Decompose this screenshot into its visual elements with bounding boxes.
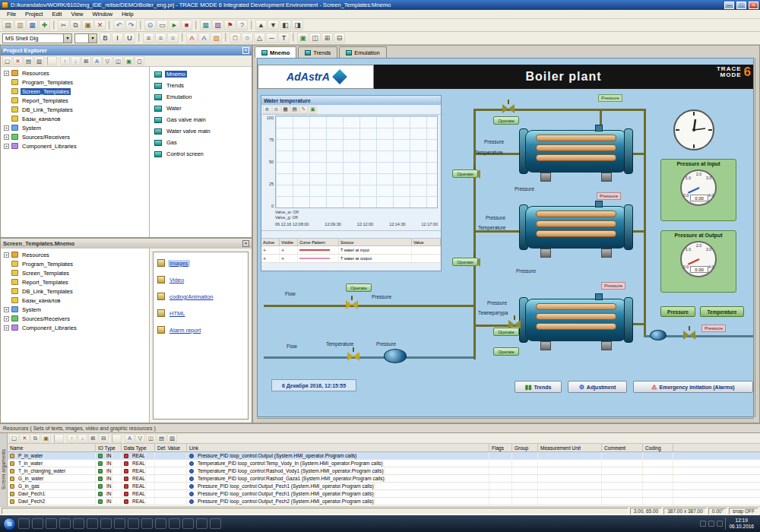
toolbar-icon[interactable]: ▤ xyxy=(24,56,33,65)
toolbar-icon[interactable]: ◫ xyxy=(309,33,321,43)
toolbar-icon[interactable]: U xyxy=(124,33,135,43)
list-item[interactable]: Trends xyxy=(150,80,252,91)
toolbar-icon[interactable]: ◧ xyxy=(280,20,291,30)
active-toggle[interactable]: + xyxy=(263,256,266,261)
taskbar-app-icon[interactable] xyxy=(196,518,207,529)
project-explorer-header[interactable]: Project Explorer × xyxy=(1,46,252,55)
toolbar-icon[interactable]: ■ xyxy=(181,20,192,30)
toolbar-icon[interactable]: ▢ xyxy=(2,56,12,65)
taskbar-app-icon[interactable] xyxy=(18,518,30,529)
taskbar-app-icon[interactable] xyxy=(155,518,166,529)
tree-item[interactable]: Program_Templates xyxy=(1,259,149,268)
toolbar-icon[interactable]: ▨ xyxy=(211,33,222,43)
minimize-button[interactable]: — xyxy=(724,2,734,9)
tray-icon[interactable] xyxy=(708,521,714,527)
column-header[interactable]: Measurement Unit xyxy=(538,444,602,451)
toolbar-icon[interactable]: ▣ xyxy=(309,106,317,114)
resource-link[interactable]: coding/Animation xyxy=(154,288,248,305)
toolbar-icon[interactable]: ◻ xyxy=(135,56,144,65)
chevron-down-icon[interactable]: ▾ xyxy=(88,34,97,43)
active-toggle[interactable]: + xyxy=(263,248,266,253)
temperature-button[interactable]: Temperature xyxy=(700,306,744,317)
toolbar-icon[interactable]: ✕ xyxy=(20,434,30,443)
table-row[interactable]: G_in_water IN REAL Temperature_PID loop_… xyxy=(8,475,760,483)
expand-icon[interactable]: + xyxy=(4,252,9,258)
table-row[interactable]: P_in_water IN REAL Pressure_PID loop_con… xyxy=(8,452,760,460)
toolbar-icon[interactable]: ► xyxy=(169,20,180,30)
list-item[interactable]: Emulation xyxy=(150,91,252,103)
toolbar-icon[interactable]: ⊖ xyxy=(272,106,280,114)
toolbar-icon[interactable] xyxy=(225,33,226,42)
toolbar-icon[interactable]: ▼ xyxy=(268,20,279,30)
toolbar-icon[interactable]: ▥ xyxy=(167,434,177,443)
expand-icon[interactable]: + xyxy=(4,316,9,321)
toolbar-icon[interactable]: ⊞ xyxy=(321,33,333,43)
toolbar-icon[interactable]: ⊞ xyxy=(88,434,98,443)
toolbar-icon[interactable]: ✕ xyxy=(13,56,23,65)
toolbar-icon[interactable]: ▣ xyxy=(297,33,309,43)
taskbar-app-icon[interactable] xyxy=(32,518,43,529)
toolbar-icon[interactable]: ▽ xyxy=(103,56,112,65)
trends-button[interactable]: ▮▮ Trends xyxy=(515,381,562,393)
operate-button[interactable]: Operate xyxy=(493,116,519,125)
toolbar-icon[interactable]: ◫ xyxy=(113,56,123,65)
list-item[interactable]: Gas xyxy=(150,137,252,148)
trend-legend-row[interactable]: + + T water at output xyxy=(261,255,441,263)
resource-link[interactable]: Images xyxy=(154,255,248,271)
tree-item[interactable]: + Resources xyxy=(1,68,149,78)
toolbar-icon[interactable]: ↑ xyxy=(60,56,70,65)
toolbar-icon[interactable]: ✂ xyxy=(58,20,69,30)
tree-item[interactable]: Report_Templates xyxy=(1,96,149,105)
taskbar-app-icon[interactable] xyxy=(100,518,112,529)
toolbar-icon[interactable]: B xyxy=(100,33,111,43)
toolbar-icon[interactable]: △ xyxy=(254,33,265,43)
taskbar-app-icon[interactable] xyxy=(182,518,194,529)
taskbar-app-icon[interactable] xyxy=(114,518,125,529)
toolbar-icon[interactable] xyxy=(182,33,183,42)
pressure-button[interactable]: Pressure xyxy=(660,306,695,317)
tree-item[interactable]: + Component_Libraries xyxy=(1,141,149,150)
menu-item[interactable]: Help xyxy=(118,11,137,17)
toolbar-icon[interactable]: ⚑ xyxy=(224,20,236,30)
column-header[interactable]: Data Type xyxy=(122,444,155,451)
tree-item[interactable]: + Component_Libraries xyxy=(1,323,149,332)
toolbar-icon[interactable]: ⊟ xyxy=(334,33,345,43)
tree-item[interactable]: Program_Templates xyxy=(1,78,149,87)
tree-item[interactable]: DB_Link_Templates xyxy=(1,287,149,296)
toolbar-icon[interactable]: ▭ xyxy=(157,20,168,30)
visible-toggle[interactable]: + xyxy=(281,256,284,261)
table-row[interactable]: G_in_gas IN REAL Pressure_PID loop_contr… xyxy=(8,483,760,490)
resource-link[interactable]: HTML xyxy=(154,305,248,321)
toolbar-icon[interactable]: A xyxy=(198,33,210,43)
operate-button[interactable]: Operate xyxy=(452,169,478,178)
toolbar-icon[interactable]: ✚ xyxy=(39,20,50,30)
taskbar-app-icon[interactable] xyxy=(169,518,180,529)
toolbar-icon[interactable]: A xyxy=(186,33,198,43)
tree-item[interactable]: Screen_Templates xyxy=(1,268,149,277)
vertical-scrollbar[interactable] xyxy=(755,58,759,417)
toolbar-icon[interactable]: ▣ xyxy=(82,20,93,30)
size-combo[interactable]: ▾ xyxy=(74,33,97,43)
toolbar-icon[interactable] xyxy=(293,33,294,42)
list-item[interactable]: Mnemo xyxy=(150,68,252,80)
toolbar-icon[interactable] xyxy=(54,434,64,443)
tree-item[interactable]: + System xyxy=(1,305,149,314)
taskbar-app-icon[interactable] xyxy=(59,518,71,529)
toolbar-icon[interactable]: ▤ xyxy=(157,434,166,443)
toolbar-icon[interactable]: ▽ xyxy=(135,434,145,443)
toolbar-icon[interactable]: ↶ xyxy=(113,20,125,30)
toolbar-icon[interactable] xyxy=(140,21,141,30)
taskbar-app-icon[interactable] xyxy=(210,518,221,529)
document-tab[interactable]: Mnemo xyxy=(255,46,296,58)
expand-icon[interactable]: + xyxy=(4,135,9,140)
boiler-2[interactable] xyxy=(519,203,633,258)
tray-icon[interactable] xyxy=(700,521,706,527)
toolbar-icon[interactable]: ▦ xyxy=(27,20,38,30)
tree-item[interactable]: Базы_каналов xyxy=(1,114,149,123)
expand-icon[interactable]: + xyxy=(4,125,9,131)
menu-item[interactable]: Edit xyxy=(48,11,65,17)
valve[interactable] xyxy=(346,300,358,309)
list-item[interactable]: Control screen xyxy=(150,148,252,160)
column-header[interactable]: Coding xyxy=(643,444,673,451)
toolbar-icon[interactable]: A xyxy=(92,56,102,65)
